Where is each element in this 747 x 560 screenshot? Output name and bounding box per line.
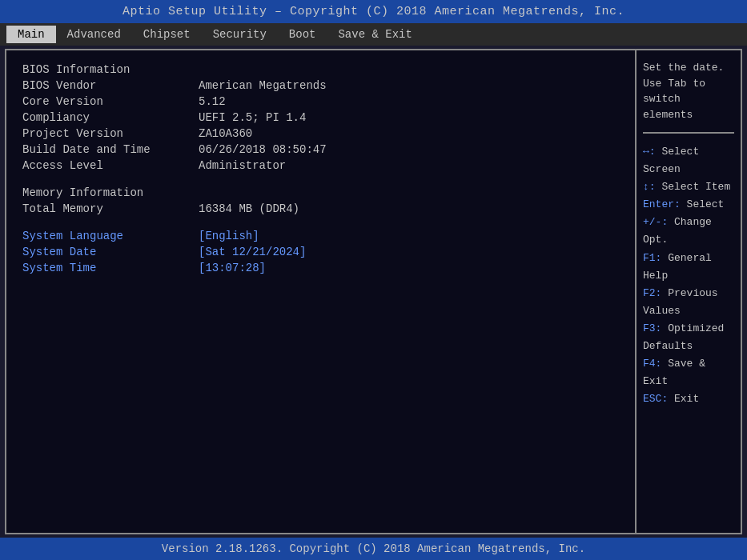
- bios-info-heading: BIOS Information: [22, 63, 619, 76]
- key-label: F4:: [643, 358, 661, 370]
- bios-fields: BIOS VendorAmerican MegatrendsCore Versi…: [22, 79, 619, 172]
- bios-field-label: Project Version: [22, 127, 199, 140]
- key-label: F2:: [643, 287, 661, 299]
- content-area: BIOS Information BIOS VendorAmerican Meg…: [5, 49, 742, 534]
- menu-item-chipset[interactable]: Chipset: [132, 26, 202, 43]
- bios-field-row: CompliancyUEFI 2.5; PI 1.4: [22, 111, 619, 124]
- bios-field-value: ZA10A360: [199, 127, 252, 140]
- memory-info-label: Memory Information: [22, 186, 199, 199]
- system-field-row[interactable]: System Time[13:07:28]: [22, 262, 619, 274]
- key-label: F3:: [643, 322, 661, 334]
- key-help-item: +/-: Change Opt.: [643, 214, 734, 249]
- system-fields: System Language[English]System Date[Sat …: [22, 230, 619, 274]
- menu-item-advanced[interactable]: Advanced: [56, 26, 132, 43]
- bios-field-value: UEFI 2.5; PI 1.4: [199, 111, 306, 124]
- menu-item-main[interactable]: Main: [6, 26, 56, 43]
- bios-field-row: Core Version5.12: [22, 95, 619, 108]
- bios-field-row: Access LevelAdministrator: [22, 159, 619, 172]
- left-panel: BIOS Information BIOS VendorAmerican Meg…: [6, 50, 637, 533]
- system-field-value[interactable]: [Sat 12/21/2024]: [199, 246, 306, 258]
- help-text: Set the date. Use Tab to switch elements: [643, 60, 734, 122]
- bios-info-label: BIOS Information: [22, 63, 199, 76]
- bios-field-label: Access Level: [22, 159, 199, 172]
- system-field-label: System Date: [22, 246, 199, 258]
- key-help-item: ESC: Exit: [643, 390, 734, 408]
- key-help-list: ↔: Select Screen↕: Select ItemEnter: Sel…: [643, 143, 734, 408]
- bios-field-label: Compliancy: [22, 111, 199, 124]
- bios-field-value: Administrator: [199, 159, 286, 172]
- system-field-label: System Time: [22, 262, 199, 274]
- system-field-value[interactable]: [13:07:28]: [199, 262, 266, 274]
- system-field-row[interactable]: System Language[English]: [22, 230, 619, 242]
- key-label: ESC:: [643, 393, 668, 405]
- key-label: Enter:: [643, 198, 681, 210]
- menu-bar: MainAdvancedChipsetSecurityBootSave & Ex…: [0, 23, 747, 46]
- bios-field-value: 5.12: [199, 95, 226, 108]
- footer: Version 2.18.1263. Copyright (C) 2018 Am…: [0, 538, 747, 560]
- system-field-value[interactable]: [English]: [199, 230, 259, 242]
- bios-field-value: 06/26/2018 08:50:47: [199, 143, 327, 156]
- key-help-item: F2: Previous Values: [643, 285, 734, 320]
- memory-field-value: 16384 MB (DDR4): [199, 202, 299, 215]
- key-label: F1:: [643, 252, 661, 264]
- bios-field-row: Project VersionZA10A360: [22, 127, 619, 140]
- title-bar: Aptio Setup Utility – Copyright (C) 2018…: [0, 0, 747, 23]
- memory-fields: Total Memory16384 MB (DDR4): [22, 202, 619, 215]
- key-label: +/-:: [643, 216, 668, 228]
- key-label: ↔:: [643, 146, 656, 158]
- key-help-item: ↔: Select Screen: [643, 143, 734, 178]
- menu-item-boot[interactable]: Boot: [278, 26, 327, 43]
- menu-item-security[interactable]: Security: [202, 26, 278, 43]
- bios-field-row: BIOS VendorAmerican Megatrends: [22, 79, 619, 92]
- bios-field-label: Core Version: [22, 95, 199, 108]
- key-label: ↕:: [643, 181, 656, 193]
- bios-field-row: Build Date and Time06/26/2018 08:50:47: [22, 143, 619, 156]
- key-help-item: ↕: Select Item: [643, 178, 734, 196]
- system-field-row[interactable]: System Date[Sat 12/21/2024]: [22, 246, 619, 258]
- system-field-label: System Language: [22, 230, 199, 242]
- right-panel: Set the date. Use Tab to switch elements…: [637, 50, 741, 533]
- bios-field-value: American Megatrends: [199, 79, 327, 92]
- help-divider: [643, 132, 734, 134]
- memory-field-row: Total Memory16384 MB (DDR4): [22, 202, 619, 215]
- bios-field-label: BIOS Vendor: [22, 79, 199, 92]
- menu-item-saveexit[interactable]: Save & Exit: [327, 26, 423, 43]
- bios-field-label: Build Date and Time: [22, 143, 199, 156]
- memory-info-heading: Memory Information: [22, 186, 619, 199]
- key-help-item: F4: Save & Exit: [643, 355, 734, 390]
- key-help-item: F1: General Help: [643, 250, 734, 285]
- key-help-item: F3: Optimized Defaults: [643, 320, 734, 355]
- key-help-item: Enter: Select: [643, 196, 734, 214]
- memory-field-label: Total Memory: [22, 202, 199, 215]
